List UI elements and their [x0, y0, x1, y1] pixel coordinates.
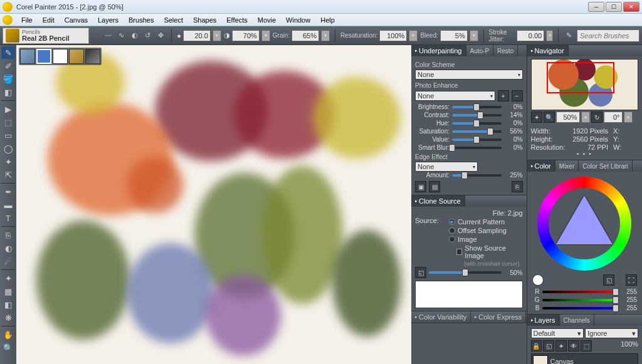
nav-angle-input[interactable] [604, 112, 623, 123]
color-tab[interactable]: ▸Color [527, 160, 555, 172]
swatch-3[interactable] [53, 49, 68, 64]
source-image[interactable]: Image [449, 236, 523, 243]
nav-rotate-icon[interactable]: ↻ [591, 112, 603, 123]
nav-zoom-input[interactable] [556, 112, 580, 123]
swatch-2[interactable] [36, 49, 51, 64]
up-slider-1[interactable] [452, 114, 502, 117]
apply-icon[interactable]: ▣ [415, 181, 426, 192]
swatch-4[interactable] [69, 49, 84, 64]
crop-tool[interactable]: ⇱ [1, 169, 15, 181]
dodge-tool[interactable]: ◐ [1, 242, 15, 254]
clone-color-icon[interactable]: ◱ [603, 274, 614, 286]
size-input[interactable] [183, 30, 211, 41]
clone-source-tab[interactable]: ▸Clone Source [411, 195, 465, 207]
menu-movie[interactable]: Movie [253, 15, 281, 25]
minimize-button[interactable]: ─ [588, 2, 604, 12]
color-options-icon[interactable]: ⛶ [626, 274, 637, 286]
mixer-tab[interactable]: Mixer [555, 160, 579, 172]
advanced-brush-icon[interactable]: ✎ [564, 29, 574, 42]
maximize-button[interactable]: ☐ [606, 2, 622, 12]
cloner-tool[interactable]: ⎘ [1, 229, 15, 241]
nav-angle-dropdown[interactable]: ▾ [624, 112, 633, 123]
up-slider-2[interactable] [452, 122, 502, 125]
source-current-pattern[interactable]: Current Pattern [449, 218, 523, 226]
menu-layers[interactable]: Layers [93, 15, 124, 25]
primary-color-swatch[interactable] [532, 274, 544, 286]
opacity-dropdown[interactable]: ▾ [261, 30, 270, 41]
menu-canvas[interactable]: Canvas [60, 15, 93, 25]
mirror-tool[interactable]: ◧ [1, 298, 15, 311]
underpainting-tab[interactable]: ▸Underpainting [411, 45, 466, 56]
blend-mode-select[interactable]: Default▾ [531, 328, 584, 338]
nav-settings-icon[interactable]: ✦ [531, 112, 542, 123]
perspective-grid-tool[interactable]: ▦ [1, 285, 15, 298]
source-offset-sampling[interactable]: Offset Sampling [449, 227, 523, 234]
color-variability-tab[interactable]: ▸Color Variability [411, 311, 471, 323]
transform-tool[interactable]: ⬚ [1, 116, 15, 128]
reset-underpainting-icon[interactable]: ▤ [429, 181, 440, 192]
channels-tab[interactable]: Channels [560, 315, 594, 326]
menu-help[interactable]: Help [315, 15, 340, 25]
menu-file[interactable]: File [16, 15, 38, 25]
color-scheme-select[interactable]: None▾ [415, 70, 523, 80]
opacity-control[interactable]: ◑ ▾ [224, 30, 270, 41]
zoom-tool[interactable]: 🔍 [1, 341, 15, 354]
dropper-tool[interactable]: ✐ [1, 60, 15, 72]
pen-tool[interactable]: ✒ [1, 185, 15, 198]
bleed-dropdown[interactable]: ▾ [470, 30, 478, 41]
dab-type-icon[interactable]: ◐ [129, 29, 140, 42]
color-set-tab[interactable]: Color Set Librari [579, 160, 632, 172]
close-button[interactable]: ✕ [623, 2, 639, 12]
jitter-dropdown[interactable]: ▾ [546, 30, 553, 41]
grain-input[interactable] [292, 30, 319, 41]
lasso-tool[interactable]: ◯ [1, 142, 15, 155]
nav-zoom-icon[interactable]: 🔍 [544, 112, 555, 123]
burn-tool[interactable]: ☄ [1, 255, 15, 268]
nav-zoom-dropdown[interactable]: ▾ [581, 112, 590, 123]
layer-pick-icon[interactable]: ⬚ [581, 340, 592, 351]
size-control[interactable]: ● ▾ [177, 30, 221, 41]
navigator-preview[interactable] [531, 59, 639, 110]
add-preset-icon[interactable]: + [498, 90, 509, 101]
up-slider-3[interactable] [452, 130, 502, 133]
menu-effects[interactable]: Effects [221, 15, 252, 25]
auto-painting-tab[interactable]: Auto-P [466, 45, 494, 56]
brush-tool[interactable]: ✎ [1, 46, 15, 59]
swatch-1[interactable] [20, 49, 35, 64]
canvas[interactable] [16, 45, 411, 364]
g-slider[interactable] [542, 299, 616, 301]
brush-selector[interactable]: Pencils Real 2B Pencil [3, 28, 89, 44]
menu-shapes[interactable]: Shapes [188, 15, 221, 25]
up-slider-4[interactable] [452, 138, 502, 141]
layer-canvas[interactable]: Canvas [531, 353, 639, 364]
divine-proportion-tool[interactable]: ✦ [1, 272, 15, 284]
up-slider-0[interactable] [452, 106, 502, 108]
reset-icon[interactable]: ↺ [142, 29, 153, 42]
swatch-5[interactable] [85, 49, 100, 64]
show-source-checkbox[interactable]: Show Source Image [456, 244, 523, 259]
resaturation-dropdown[interactable]: ▾ [409, 30, 418, 41]
layers-tab[interactable]: ▸Layers [527, 315, 560, 326]
layer-visibility-icon[interactable]: 👁 [568, 340, 579, 351]
bleed-input[interactable] [440, 30, 468, 41]
remove-preset-icon[interactable]: − [512, 90, 523, 101]
kaleidoscope-tool[interactable]: ❋ [1, 311, 15, 324]
menu-window[interactable]: Window [281, 15, 315, 25]
selection-adjuster-tool[interactable]: ▶ [1, 103, 15, 115]
color-wheel[interactable] [537, 177, 631, 271]
layer-lock-icon[interactable]: 🔒 [531, 340, 542, 351]
dab-preview-icon[interactable]: 〰 [103, 29, 113, 42]
b-slider[interactable] [542, 307, 616, 309]
layer-opacity-slider[interactable] [594, 340, 619, 351]
rect-shape-tool[interactable]: ▬ [1, 199, 15, 211]
search-brushes-input[interactable] [577, 29, 639, 42]
rect-select-tool[interactable]: ▭ [1, 129, 15, 142]
layer-mask-icon[interactable]: ◱ [543, 340, 554, 351]
color-expression-tab[interactable]: ▸Color Express [471, 311, 526, 323]
restoration-tab[interactable]: Resto [493, 45, 518, 56]
composite-select[interactable]: Ignore▾ [585, 328, 638, 338]
text-tool[interactable]: T [1, 212, 15, 224]
menu-brushes[interactable]: Brushes [124, 15, 159, 25]
hand-tool[interactable]: ✋ [1, 328, 15, 341]
photo-enhance-select[interactable]: None▾ [415, 91, 495, 101]
